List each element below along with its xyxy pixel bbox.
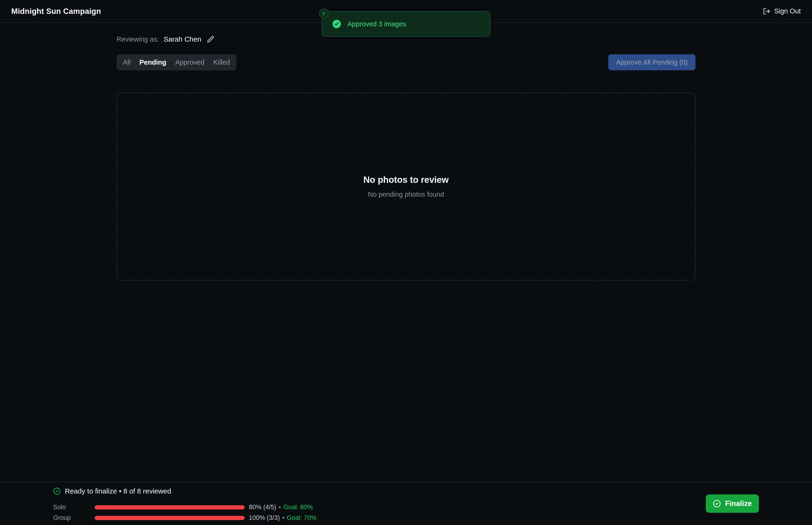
finalize-bar: Ready to finalize • 8 of 8 reviewed Solo… — [0, 482, 812, 525]
pencil-icon — [207, 36, 214, 43]
tab-killed[interactable]: Killed — [213, 59, 230, 66]
ready-check-icon — [53, 487, 61, 495]
success-check-icon — [333, 20, 341, 28]
progress-value: 80% (4/5) — [249, 504, 276, 511]
progress-track — [95, 505, 245, 510]
tab-all[interactable]: All — [123, 59, 131, 66]
close-icon — [322, 11, 326, 15]
empty-state-title: No photos to review — [363, 175, 448, 185]
finalize-check-icon — [713, 500, 721, 508]
progress-separator: • — [282, 514, 284, 522]
progress-text: 100% (3/3) • Goal: 70% — [249, 514, 317, 522]
progress-label: Solo — [53, 504, 95, 511]
progress-goal: Goal: 80% — [284, 504, 313, 511]
reviewer-label: Reviewing as: — [117, 35, 159, 43]
progress-row-group: Group 100% (3/3) • Goal: 70% — [53, 514, 317, 522]
toast-message: Approved 3 images — [348, 20, 406, 28]
progress-separator: • — [279, 504, 281, 511]
reviewer-name: Sarah Chen — [164, 35, 201, 43]
logout-icon — [763, 7, 770, 15]
progress-row-solo: Solo 80% (4/5) • Goal: 80% — [53, 504, 317, 511]
progress-label: Group — [53, 514, 95, 522]
controls-row: All Pending Approved Killed Approve All … — [117, 54, 695, 70]
approve-all-pending-button[interactable]: Approve All Pending (0) — [608, 54, 695, 70]
sign-out-label: Sign Out — [774, 7, 801, 15]
tab-approved[interactable]: Approved — [175, 59, 204, 66]
sign-out-button[interactable]: Sign Out — [763, 7, 801, 15]
tab-pending[interactable]: Pending — [139, 59, 166, 66]
empty-state-subtitle: No pending photos found — [368, 191, 444, 198]
status-text: Ready to finalize • 8 of 8 reviewed — [65, 487, 171, 495]
progress-text: 80% (4/5) • Goal: 80% — [249, 504, 313, 511]
page-title: Midnight Sun Campaign — [11, 7, 101, 16]
status-row: Ready to finalize • 8 of 8 reviewed — [53, 487, 317, 495]
finalize-button[interactable]: Finalize — [706, 494, 759, 513]
progress-track — [95, 516, 245, 520]
filter-tab-group: All Pending Approved Killed — [117, 54, 236, 70]
progress-goal: Goal: 70% — [287, 514, 317, 522]
edit-reviewer-button[interactable] — [207, 36, 214, 43]
finalize-label: Finalize — [725, 499, 752, 508]
review-progress-summary: Ready to finalize • 8 of 8 reviewed Solo… — [53, 486, 317, 522]
toast-close-button[interactable] — [319, 9, 328, 18]
progress-value: 100% (3/3) — [249, 514, 280, 522]
success-toast: Approved 3 images — [322, 11, 490, 37]
main-content: Reviewing as: Sarah Chen All Pending App… — [117, 23, 695, 280]
empty-state-panel: No photos to review No pending photos fo… — [117, 93, 695, 280]
